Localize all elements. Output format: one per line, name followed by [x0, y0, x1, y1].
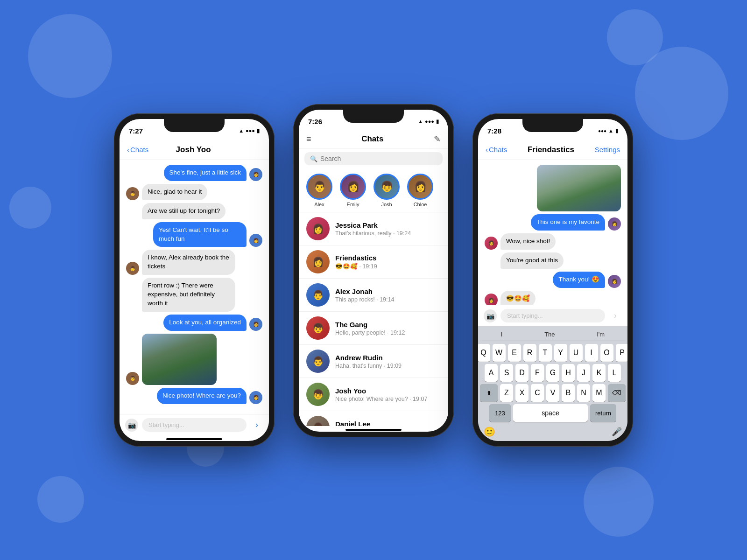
chat-name-alex: Alex Jonah: [335, 287, 441, 295]
key-R[interactable]: R: [523, 344, 536, 362]
key-L[interactable]: L: [608, 364, 621, 382]
space-key[interactable]: space: [513, 404, 588, 422]
suggestion-The[interactable]: The: [544, 331, 555, 338]
status-icons-1: ▲ ●●● ▮: [239, 128, 260, 134]
bubble-sent-p3-2: Thank you! 😍: [553, 272, 605, 288]
key-B[interactable]: B: [562, 384, 575, 402]
chat-list: 👩 Jessica Park That's hilarious, really …: [299, 212, 448, 426]
bubble-recv-3: I know, Alex already book the tickets: [142, 250, 235, 275]
table-row: Thank you! 😍 👩: [485, 272, 621, 288]
avatar: 👩: [249, 391, 262, 404]
key-F[interactable]: F: [531, 364, 544, 382]
key-A[interactable]: A: [485, 364, 498, 382]
phone-3: 7:28 ●●● ▲ ▮ ‹ Chats Friendastics Settin…: [472, 113, 633, 447]
key-U[interactable]: U: [570, 344, 583, 362]
back-button-1[interactable]: ‹ Chats: [127, 146, 148, 154]
keyboard: I The I'm Q W E R T Y U I O: [478, 326, 627, 441]
key-O[interactable]: O: [600, 344, 613, 362]
key-D[interactable]: D: [515, 364, 529, 382]
list-item[interactable]: 👨 Daniel Lee Great to see you last night…: [299, 411, 448, 426]
menu-icon[interactable]: ≡: [306, 134, 311, 144]
story-item-josh[interactable]: 👦 Josh: [374, 174, 400, 207]
suggestion-Im[interactable]: I'm: [597, 331, 605, 338]
battery-icon-1: ▮: [257, 128, 260, 134]
list-item[interactable]: 👦 The Gang Hello, party people! · 19:12: [299, 312, 448, 345]
chat-preview-josh: Nice photo! Where are you? · 19:07: [335, 396, 441, 402]
key-Q[interactable]: Q: [478, 344, 490, 362]
chevron-left-icon-1: ‹: [127, 146, 129, 154]
battery-icon-2: ▮: [436, 119, 439, 125]
key-C[interactable]: C: [531, 384, 544, 402]
avatar: 👩: [608, 217, 621, 231]
key-Y[interactable]: Y: [554, 344, 567, 362]
mic-key[interactable]: 🎤: [612, 427, 622, 437]
compose-icon[interactable]: ✎: [434, 134, 441, 144]
chat-name-friendastics: Friendastics: [335, 254, 441, 262]
back-label-3: Chats: [489, 146, 507, 154]
story-item-chloe[interactable]: 👩 Chloe: [407, 174, 433, 207]
key-I[interactable]: I: [585, 344, 598, 362]
send-button-3[interactable]: ›: [609, 309, 622, 322]
chat-preview-gang: Hello, party people! · 19:12: [335, 329, 441, 336]
key-E[interactable]: E: [508, 344, 521, 362]
list-item[interactable]: 👩 Jessica Park That's hilarious, really …: [299, 212, 448, 245]
key-S[interactable]: S: [500, 364, 513, 382]
key-N[interactable]: N: [577, 384, 590, 402]
camera-button-3[interactable]: 📷: [484, 309, 497, 322]
search-icon: 🔍: [310, 155, 317, 162]
send-button-1[interactable]: ›: [250, 419, 263, 432]
key-X[interactable]: X: [515, 384, 529, 402]
key-H[interactable]: H: [562, 364, 575, 382]
key-K[interactable]: K: [592, 364, 606, 382]
key-J[interactable]: J: [577, 364, 590, 382]
camera-button-1[interactable]: 📷: [125, 419, 138, 432]
search-bar[interactable]: 🔍: [304, 152, 443, 165]
table-row: You're good at this: [485, 252, 621, 269]
emoji-key[interactable]: 🙂: [484, 426, 495, 437]
numbers-key[interactable]: 123: [489, 404, 511, 422]
chevron-left-icon-3: ‹: [486, 146, 488, 154]
key-G[interactable]: G: [546, 364, 559, 382]
bubble-sent-4: Nice photo! Where are you?: [157, 388, 247, 404]
back-button-3[interactable]: ‹ Chats: [486, 146, 507, 154]
key-P[interactable]: P: [616, 344, 628, 362]
story-item-emily[interactable]: 👩 Emily: [340, 174, 366, 207]
search-input[interactable]: [320, 155, 437, 162]
phone-1: 7:27 ▲ ●●● ▮ ‹ Chats Josh Yoo: [114, 113, 275, 447]
key-T[interactable]: T: [539, 344, 552, 362]
message-input-3[interactable]: Start typing...: [500, 309, 605, 322]
input-bar-1: 📷 Start typing... ›: [120, 414, 269, 435]
list-item[interactable]: 👦 Josh Yoo Nice photo! Where are you? · …: [299, 378, 448, 411]
home-indicator-1: [166, 438, 222, 440]
key-W[interactable]: W: [493, 344, 506, 362]
notch-1: [164, 119, 225, 132]
list-item[interactable]: 👨 Andrew Rudin Haha, that's funny · 19:0…: [299, 345, 448, 378]
keyboard-bottom: 🙂 🎤: [480, 424, 626, 439]
avatar: 👨: [126, 372, 139, 385]
shift-key[interactable]: ⬆: [480, 384, 498, 402]
return-key[interactable]: return: [590, 404, 616, 422]
keyboard-row-3: ⬆ Z X C V B N M ⌫: [480, 384, 626, 402]
settings-button-3[interactable]: Settings: [595, 146, 620, 154]
chat-info-josh: Josh Yoo Nice photo! Where are you? · 19…: [335, 387, 441, 402]
story-avatar-chloe: 👩: [407, 174, 433, 200]
suggestion-I[interactable]: I: [501, 331, 503, 338]
avatar: 👨: [126, 187, 139, 200]
bubble-sent-p3-1: This one is my favorite: [531, 214, 605, 231]
bubble-sent-2: Yes! Can't wait. It'll be so much fun: [153, 222, 247, 247]
chat-image-1: [142, 334, 217, 385]
message-input-1[interactable]: Start typing...: [142, 418, 247, 432]
list-item[interactable]: 👨 Alex Jonah This app rocks! · 19:14: [299, 279, 448, 312]
chats-title: Chats: [311, 134, 434, 144]
list-item[interactable]: 👩 Friendastics 😎🤩🥰 · 19:19: [299, 245, 448, 279]
key-Z[interactable]: Z: [500, 384, 513, 402]
key-V[interactable]: V: [546, 384, 559, 402]
key-M[interactable]: M: [592, 384, 606, 402]
chat-image-3: [537, 165, 621, 211]
backspace-key[interactable]: ⌫: [608, 384, 626, 402]
keyboard-row-1: Q W E R T Y U I O P: [480, 344, 626, 362]
story-avatar-alex: 👨: [306, 174, 332, 200]
chat-avatar-josh: 👦: [306, 383, 330, 406]
story-item-alex[interactable]: 👨 Alex: [306, 174, 332, 207]
chat-preview-alex: This app rocks! · 19:14: [335, 296, 441, 303]
